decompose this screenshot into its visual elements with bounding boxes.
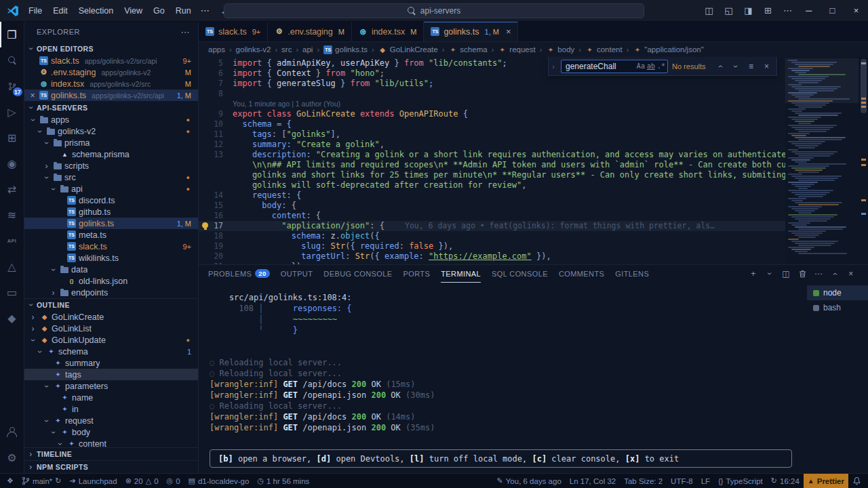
status-git-branch[interactable]: main*↻: [18, 474, 66, 488]
panel-tab-sql-console[interactable]: SQL CONSOLE: [492, 265, 548, 283]
whole-word-icon[interactable]: ab: [647, 62, 655, 70]
tree-item-github-ts[interactable]: ›TSgithub.ts: [24, 206, 198, 218]
breadcrumb-api[interactable]: api: [302, 45, 313, 54]
new-terminal-icon[interactable]: +: [746, 266, 761, 281]
outline-header[interactable]: › OUTLINE: [24, 298, 198, 311]
tree-item-slack-ts[interactable]: ›TSslack.ts9+: [24, 241, 198, 252]
status-remote-indicator[interactable]: ❖: [3, 474, 18, 488]
menu-edit[interactable]: Edit: [47, 4, 73, 18]
activity-extensions[interactable]: ⊞: [0, 125, 24, 150]
activity-testing[interactable]: △: [0, 253, 24, 279]
close-icon[interactable]: ×: [761, 62, 772, 71]
more-actions-icon[interactable]: ⋯: [778, 3, 797, 19]
terminal-bash[interactable]: bash: [807, 300, 868, 315]
menu-go[interactable]: Go: [148, 4, 170, 18]
activity-source-control[interactable]: 17: [0, 73, 24, 99]
activity-github[interactable]: ◉: [0, 150, 24, 176]
open-editor-slack-ts[interactable]: TSslack.tsapps/golinks-v2/src/api9+: [24, 55, 198, 66]
outline-item-in[interactable]: ›✦in: [24, 403, 198, 415]
outline-item-golinkupdate[interactable]: ›◆GoLinkUpdate●: [24, 334, 198, 346]
breadcrumb-content[interactable]: ✦content: [585, 45, 623, 54]
code-editor[interactable]: 5import { adminApiKey, userApiKey } from…: [199, 57, 868, 264]
tab-golinks-ts[interactable]: TSgolinks.ts1,M×: [424, 22, 518, 41]
outline-item-schema[interactable]: ›✦schema1: [24, 346, 198, 357]
breadcrumb-request[interactable]: ✦request: [498, 45, 535, 54]
status-tab-size[interactable]: Tab Size: 2: [620, 474, 667, 488]
status-launchpad[interactable]: ➔Launchpad: [66, 474, 121, 488]
split-terminal-icon[interactable]: ◫: [778, 266, 793, 281]
status-cursor-position[interactable]: Ln 17, Col 32: [566, 474, 620, 488]
activity-account[interactable]: [0, 419, 24, 445]
breadcrumb-golinks-ts[interactable]: TSgolinks.ts: [323, 45, 368, 54]
toggle-replace-icon[interactable]: ›: [550, 62, 557, 70]
open-editor-index-tsx[interactable]: ⊛index.tsxapps/golinks-v2/srcM: [24, 78, 198, 89]
activity-comments[interactable]: ▭: [0, 279, 24, 305]
tab-index-tsx[interactable]: ⊛index.tsxM: [352, 22, 425, 41]
open-editors-header[interactable]: › OPEN EDITORS: [24, 42, 198, 55]
open-editor-golinks-ts[interactable]: ×TSgolinks.tsapps/golinks-v2/src/api1,M: [24, 89, 198, 101]
status-uptime[interactable]: ◷1 hr 56 mins: [253, 474, 313, 488]
outline-item-content[interactable]: ›✦content: [24, 438, 198, 447]
menu-selection[interactable]: Selection: [73, 4, 119, 18]
status-notifications[interactable]: [848, 474, 865, 488]
activity-run-debug[interactable]: ▷: [0, 99, 24, 125]
tree-item-discord-ts[interactable]: ›TSdiscord.ts: [24, 195, 198, 206]
breadcrumb-src[interactable]: src: [281, 45, 292, 54]
close-icon[interactable]: ×: [28, 91, 37, 100]
tree-item-old-links-json[interactable]: ›{}old-links.json: [24, 275, 198, 287]
outline-item-tags[interactable]: ›✦tags: [24, 369, 198, 380]
match-case-icon[interactable]: Aa: [637, 62, 645, 70]
tree-item-scripts[interactable]: ›scripts: [24, 160, 198, 171]
activity-docker[interactable]: ≋: [0, 202, 24, 228]
status-problems[interactable]: ⊗20△0: [121, 474, 163, 488]
tree-item-api[interactable]: ›api●: [24, 183, 198, 195]
tree-item-apps[interactable]: ›apps●: [24, 114, 198, 125]
lightbulb-icon[interactable]: [202, 222, 208, 228]
status-prettier[interactable]: ▲Prettier: [804, 474, 848, 488]
breadcrumb-apps[interactable]: apps: [208, 45, 225, 54]
menu-file[interactable]: File: [23, 4, 47, 18]
outline-item-golinkcreate[interactable]: ›◆GoLinkCreate: [24, 311, 198, 323]
breadcrumb-schema[interactable]: ✦schema: [448, 45, 487, 54]
toggle-panel-icon[interactable]: ◱: [719, 3, 738, 19]
activity-gitlens[interactable]: ◆: [0, 305, 24, 331]
menu-view[interactable]: View: [119, 4, 148, 18]
breadcrumb-golinks-v2[interactable]: golinks-v2: [236, 45, 271, 54]
workspace-section-header[interactable]: › API-SERVERS: [24, 101, 198, 114]
tree-item-golinks-v2[interactable]: ›golinks-v2●: [24, 125, 198, 137]
open-editor-env-staging[interactable]: ⚙.env.stagingapps/golinks-v2M: [24, 66, 198, 78]
panel-tab-comments[interactable]: COMMENTS: [559, 265, 604, 283]
maximize-panel-icon[interactable]: ›: [827, 266, 842, 281]
tree-item-prisma[interactable]: ›prisma: [24, 137, 198, 148]
status-timer[interactable]: ↻16:24: [767, 474, 804, 488]
status-eol[interactable]: LF: [697, 474, 714, 488]
find-in-selection-icon[interactable]: ≡: [745, 62, 757, 71]
status-database[interactable]: ▤d1-localdev-go: [184, 474, 254, 488]
tree-item-data[interactable]: ›data: [24, 264, 198, 275]
scrollbar-slider[interactable]: [861, 59, 867, 113]
find-previous-icon[interactable]: ›: [714, 62, 726, 71]
terminal-node[interactable]: node: [807, 285, 868, 300]
status-blame[interactable]: ✎You, 6 days ago: [493, 474, 566, 488]
menu-run[interactable]: Run: [170, 4, 197, 18]
status-language[interactable]: {}TypeScript: [714, 474, 767, 488]
tree-item-endpoints[interactable]: ›endpoints: [24, 287, 198, 298]
minimize-button[interactable]: ─: [797, 0, 821, 22]
breadcrumb-golinkcreate[interactable]: ◆GoLinkCreate: [378, 45, 438, 54]
minimap-slider[interactable]: [785, 58, 859, 103]
status-counter[interactable]: ◎0: [163, 474, 184, 488]
tree-item-meta-ts[interactable]: ›TSmeta.ts: [24, 229, 198, 241]
maximize-button[interactable]: □: [821, 0, 844, 22]
split-editor-icon[interactable]: ◫: [700, 3, 718, 19]
npm-scripts-header[interactable]: › NPM SCRIPTS: [24, 460, 198, 473]
panel-tab-problems[interactable]: PROBLEMS20: [208, 265, 270, 283]
menu-more-button[interactable]: ⋯: [197, 5, 214, 16]
panel-tab-gitlens[interactable]: GITLENS: [615, 265, 649, 283]
tree-item-wikilinks-ts[interactable]: ›TSwikilinks.ts: [24, 252, 198, 264]
command-center-search[interactable]: api-servers: [224, 3, 644, 18]
activity-search[interactable]: [0, 47, 24, 73]
activity-remote-explorer[interactable]: ⇄: [0, 176, 24, 202]
status-encoding[interactable]: UTF-8: [667, 474, 697, 488]
tab-env-staging[interactable]: ⚙.env.stagingM: [268, 22, 352, 41]
breadcrumb-body[interactable]: ✦body: [546, 45, 574, 54]
